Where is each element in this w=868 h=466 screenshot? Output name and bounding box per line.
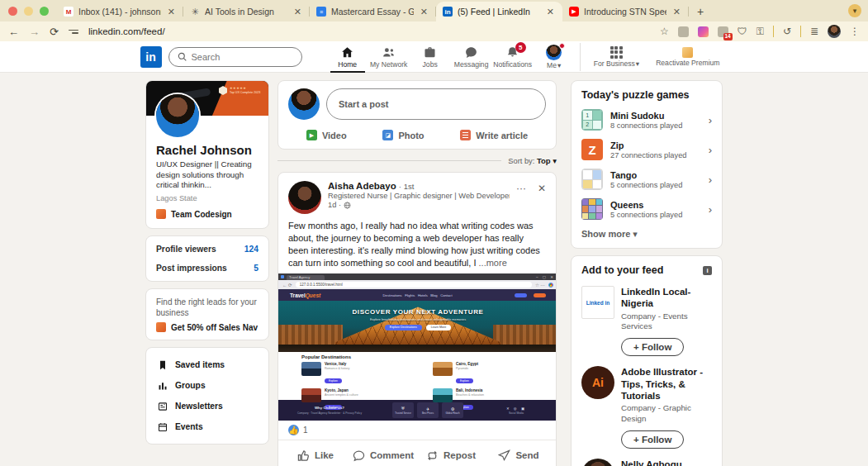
- calendar-icon: [158, 422, 168, 432]
- browser-menu-icon[interactable]: ⋮: [850, 26, 860, 37]
- stats-card: Profile viewers 124 Post impressions 5: [145, 235, 269, 282]
- game-queens[interactable]: Queens 5 connections played ›: [581, 198, 712, 220]
- game-mini-sudoku[interactable]: 12 Mini Sudoku 8 connections played ›: [581, 109, 712, 131]
- post-image-travel-site[interactable]: Travel Agency – ▢ ✕ ← ⟳ 127.0.0.1:5500/t…: [278, 273, 557, 421]
- gear-icon: ✳: [190, 7, 200, 17]
- photo-button[interactable]: ◪ Photo: [377, 126, 429, 145]
- info-icon[interactable]: i: [703, 266, 712, 275]
- follow-button[interactable]: + Follow: [621, 338, 684, 356]
- camera-extension-icon[interactable]: [678, 26, 689, 37]
- composer-avatar[interactable]: [288, 88, 320, 120]
- my-network-icon: [382, 45, 396, 59]
- sidebar-item-groups[interactable]: Groups: [151, 375, 263, 396]
- show-more-button[interactable]: Show more ▾: [581, 229, 712, 240]
- reload-icon[interactable]: ⟳: [50, 26, 59, 38]
- send-icon: [498, 449, 510, 462]
- reaction-count: 1: [303, 426, 308, 435]
- nav-home[interactable]: Home: [327, 41, 368, 73]
- purple-extension-icon[interactable]: [698, 26, 709, 37]
- post-timestamp: 1d ·: [328, 201, 510, 209]
- close-tab-icon[interactable]: ✕: [292, 7, 303, 17]
- extensions-puzzle-icon[interactable]: ⚿: [757, 26, 764, 37]
- reactions-row[interactable]: 👍 1: [278, 421, 556, 440]
- extension-with-badge-icon[interactable]: 14: [718, 26, 728, 37]
- sales-nav-text: Find the right leads for your business: [156, 297, 259, 318]
- sidebar-item-saved-items[interactable]: Saved items: [151, 354, 263, 375]
- tab-gmail[interactable]: M Inbox (141) - johnsonrachelay ✕: [57, 2, 183, 21]
- nav-reactivate-premium[interactable]: Reactivate Premium: [647, 41, 728, 73]
- nelly-agbogu-avatar[interactable]: [581, 459, 614, 466]
- suggestion-name[interactable]: Nelly Agbogu: [621, 459, 712, 466]
- minimize-window-button[interactable]: [24, 7, 33, 16]
- shield-extension-icon[interactable]: 🛡: [738, 26, 747, 37]
- repost-button[interactable]: Repost: [417, 442, 485, 466]
- profile-company[interactable]: Team Codesign: [156, 209, 259, 219]
- divider: [277, 160, 501, 161]
- close-window-button[interactable]: [8, 7, 17, 16]
- sort-by-dropdown[interactable]: Sort by: Top ▾: [508, 156, 557, 165]
- nav-me[interactable]: Me ▾: [534, 41, 575, 73]
- address-bar[interactable]: linkedin.com/feed/: [88, 26, 650, 36]
- newsletter-icon: [158, 402, 168, 411]
- tab-youtube[interactable]: ▶ Introducing STN Speech to N ✕: [562, 2, 689, 21]
- post-dismiss-icon[interactable]: ✕: [538, 183, 546, 194]
- close-tab-icon[interactable]: ✕: [545, 7, 556, 17]
- sidebar-item-newsletters[interactable]: Newsletters: [151, 396, 263, 416]
- sales-nav-card: Find the right leads for your business G…: [145, 288, 269, 340]
- like-button[interactable]: Like: [282, 442, 349, 466]
- follow-button[interactable]: + Follow: [621, 430, 684, 449]
- history-icon[interactable]: ↺: [783, 26, 791, 37]
- post-author-name[interactable]: Aisha Adebayo: [328, 181, 396, 191]
- maximize-window-button[interactable]: [40, 7, 49, 16]
- profile-avatar[interactable]: [156, 94, 199, 137]
- suggestion-name[interactable]: Adobe Illustrator - Tips, Tricks, & Tuto…: [621, 366, 712, 402]
- suggestion-name[interactable]: LinkedIn Local-Nigeria: [621, 286, 712, 310]
- suggestion-sub: Company - Events Services: [621, 311, 712, 332]
- post-author-avatar[interactable]: [288, 181, 321, 214]
- bookmark-star-icon[interactable]: ☆: [660, 26, 669, 37]
- linkedin-logo[interactable]: in: [140, 46, 162, 68]
- jobs-icon: [423, 45, 437, 59]
- close-tab-icon[interactable]: ✕: [419, 7, 429, 17]
- adobe-illustrator-avatar[interactable]: Ai: [581, 366, 614, 399]
- nav-notifications[interactable]: 5 Notifications: [492, 41, 534, 73]
- tab-ai-tools[interactable]: ✳ AI Tools in Design ✕: [183, 2, 310, 21]
- tab-search-button[interactable]: ▾: [848, 4, 861, 17]
- composer-card: Start a post ▶ Video ◪ Photo Write artic…: [277, 80, 557, 150]
- close-tab-icon[interactable]: ✕: [671, 7, 682, 17]
- browser-profile-avatar[interactable]: [828, 25, 841, 38]
- post-actions: Like Comment Repost Send: [278, 440, 556, 466]
- sidebar-item-events[interactable]: Events: [151, 416, 263, 437]
- comment-button[interactable]: Comment: [349, 442, 417, 466]
- game-tango[interactable]: Tango 5 connections played ›: [581, 169, 712, 190]
- see-more-link[interactable]: ...more: [476, 258, 506, 268]
- tab-google-docs[interactable]: ≡ Mastercard Essay - Google D ✕: [310, 2, 436, 21]
- start-post-input[interactable]: Start a post: [326, 88, 546, 120]
- tab-linkedin-active[interactable]: in (5) Feed | LinkedIn ✕: [436, 2, 562, 21]
- nav-my-network[interactable]: My Network: [368, 41, 410, 73]
- post-text: Few months ago, I really had no idea wha…: [288, 220, 546, 269]
- nav-for-business[interactable]: For Business ▾: [586, 41, 647, 73]
- new-tab-button[interactable]: +: [692, 3, 709, 20]
- search-bar[interactable]: [168, 47, 302, 67]
- media-controls-icon[interactable]: ≣: [810, 26, 818, 37]
- profile-headline: UI/UX Designer || Creating design soluti…: [156, 159, 259, 191]
- site-info-icon[interactable]: [69, 30, 78, 34]
- nav-messaging[interactable]: Messaging: [451, 41, 492, 73]
- write-article-button[interactable]: Write article: [455, 126, 533, 145]
- bookmark-icon: [158, 360, 168, 370]
- sales-nav-cta[interactable]: Get 50% off Sales Nav: [156, 322, 259, 332]
- post-impressions-row[interactable]: Post impressions 5: [146, 259, 268, 278]
- nav-jobs[interactable]: Jobs: [410, 41, 451, 73]
- post-menu-icon[interactable]: ···: [516, 183, 526, 194]
- linkedin-local-avatar[interactable]: Linked in: [581, 286, 614, 319]
- video-button[interactable]: ▶ Video: [301, 126, 352, 145]
- profile-viewers-row[interactable]: Profile viewers 124: [146, 240, 268, 259]
- close-tab-icon[interactable]: ✕: [166, 7, 177, 17]
- back-icon[interactable]: ←: [8, 26, 19, 38]
- game-zip[interactable]: Z Zip 27 connections played ›: [581, 139, 712, 160]
- profile-name[interactable]: Rachel Johnson: [156, 143, 259, 157]
- search-input[interactable]: [192, 52, 293, 62]
- send-button[interactable]: Send: [485, 442, 553, 466]
- forward-icon[interactable]: →: [29, 26, 40, 38]
